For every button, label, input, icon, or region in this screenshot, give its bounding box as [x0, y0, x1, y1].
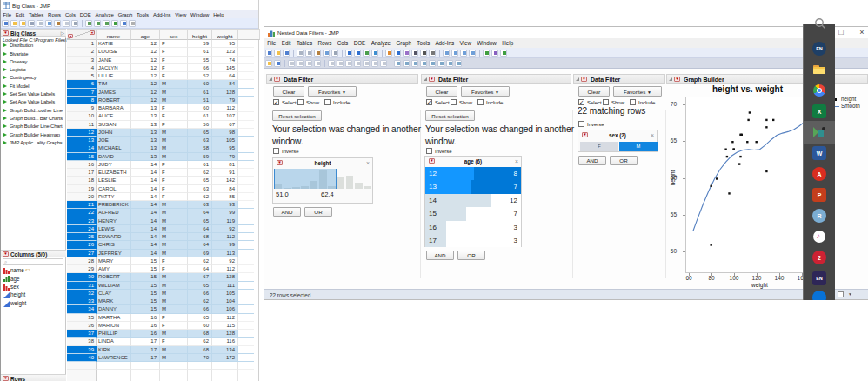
table-row[interactable]: 29AMY15F64112: [67, 265, 254, 273]
panel-chevron-icon[interactable]: ▷: [61, 30, 64, 36]
search-icon[interactable]: [813, 17, 829, 33]
journal-icon[interactable]: [314, 60, 321, 67]
script-item[interactable]: JMP Applic...ality Graphs: [1, 139, 66, 147]
export-icon[interactable]: [120, 20, 127, 27]
collapse-icon[interactable]: [669, 77, 672, 81]
right-menu-tools[interactable]: Tools: [414, 40, 432, 46]
cursor-icon[interactable]: [345, 50, 352, 57]
age-filter-row-14[interactable]: 1412: [425, 194, 521, 207]
collapse-icon[interactable]: [269, 77, 272, 81]
age-filter-row-16[interactable]: 163: [425, 221, 521, 234]
table-row[interactable]: 16JUDY14F6181: [67, 161, 254, 169]
table-row[interactable]: 25EDWARD14M68112: [67, 233, 254, 241]
partial-app-icon[interactable]: [812, 291, 826, 300]
pencil-icon[interactable]: [129, 20, 136, 27]
table7-icon[interactable]: [446, 60, 453, 67]
histogram-selection[interactable]: [274, 169, 337, 189]
df3-clear-button[interactable]: Clear: [578, 86, 610, 97]
table-row[interactable]: 23HENRY14M65119: [67, 217, 254, 225]
df2-and-button[interactable]: AND: [426, 251, 454, 260]
tool1-icon[interactable]: [328, 60, 335, 67]
tool3-icon[interactable]: [345, 60, 352, 67]
text-icon[interactable]: [451, 50, 458, 57]
table-row[interactable]: 18LESLIE14F65142: [67, 177, 254, 184]
df2-include-checkbox[interactable]: [477, 99, 484, 105]
status-dropdown-icon[interactable]: ▼: [848, 291, 852, 297]
open-file-icon[interactable]: [10, 20, 17, 27]
powerpoint-icon[interactable]: P: [812, 188, 826, 202]
undo-icon[interactable]: [63, 20, 70, 27]
table-row[interactable]: 10ALICE13F61107: [67, 112, 254, 120]
df2-age-close-icon[interactable]: ×: [515, 158, 518, 164]
open-recent-icon[interactable]: [19, 20, 26, 27]
table-row[interactable]: 5LILLIE12F5264: [67, 72, 254, 80]
left-menu-tables[interactable]: Tables: [27, 12, 46, 17]
tool4-icon[interactable]: [354, 60, 361, 67]
lock-icon[interactable]: [331, 50, 338, 57]
cut-icon[interactable]: [297, 50, 304, 57]
script-item[interactable]: Graph Build... Bar Charts: [1, 115, 66, 123]
table-panel-header[interactable]: ▼ Big Class ▷: [1, 29, 66, 37]
column-item-name[interactable]: name🏷: [1, 267, 66, 275]
copy-icon[interactable]: [305, 50, 312, 57]
left-menu-tools[interactable]: Tools: [135, 12, 151, 17]
save-icon[interactable]: [274, 60, 281, 67]
plus-icon[interactable]: [420, 50, 427, 57]
df3-sex-close-icon[interactable]: ×: [651, 132, 654, 138]
df3-or-button[interactable]: OR: [610, 156, 638, 165]
data-filter-3-header[interactable]: ▼ Data Filter: [573, 74, 665, 84]
r-icon[interactable]: R: [812, 209, 826, 223]
df1-show-checkbox[interactable]: [297, 99, 304, 105]
left-menu-edit[interactable]: Edit: [13, 12, 26, 17]
table-row[interactable]: 9BARBARA13F60112: [67, 104, 254, 112]
script-item[interactable]: Graph Build...oother Line: [1, 107, 66, 115]
oval-icon[interactable]: [469, 50, 476, 57]
table-corner[interactable]: ◁▼▼▷: [67, 29, 97, 40]
script-item[interactable]: Set Sex Value Labels: [1, 90, 66, 98]
table-row[interactable]: 30ROBERT15M67128: [67, 273, 254, 281]
table6-icon[interactable]: [437, 60, 444, 67]
paste-icon[interactable]: [314, 50, 321, 57]
globe-icon[interactable]: [371, 50, 378, 57]
df1-inverse-checkbox[interactable]: [273, 148, 279, 154]
right-menu-add-ins[interactable]: Add-Ins: [432, 40, 457, 46]
table3-icon[interactable]: [411, 60, 418, 67]
column-header-name[interactable]: name: [97, 29, 131, 40]
refresh-icon[interactable]: [385, 50, 392, 57]
table-row[interactable]: 20PATTY14F6285: [67, 193, 254, 201]
left-menu-view[interactable]: View: [173, 12, 189, 17]
zotero-icon[interactable]: 2: [812, 251, 826, 264]
table-row[interactable]: 7JAMES12M61128: [67, 89, 254, 97]
df2-favorites-button[interactable]: Favorites ▼: [461, 86, 510, 97]
brush-icon[interactable]: [394, 50, 401, 57]
collapse-icon[interactable]: [424, 77, 427, 81]
df1-height-close-icon[interactable]: ×: [366, 160, 370, 166]
journal-icon[interactable]: [323, 50, 330, 57]
print-icon[interactable]: [85, 20, 92, 27]
column-item-sex[interactable]: sex: [1, 283, 66, 291]
table-row[interactable]: 8ROBERT12M5179: [67, 97, 254, 104]
df3-favorites-button[interactable]: Favorites ▼: [613, 86, 662, 97]
data-filter-1-header[interactable]: ▼ Data Filter: [266, 74, 418, 84]
columns-search-box[interactable]: ⌕: [3, 258, 63, 265]
script-item[interactable]: Distribution: [1, 43, 66, 50]
tool2-icon[interactable]: [337, 60, 344, 67]
height-histogram[interactable]: [274, 169, 371, 189]
left-menu-cols[interactable]: Cols: [63, 12, 78, 17]
age-filter-row-15[interactable]: 157: [425, 207, 521, 220]
open-icon[interactable]: [265, 60, 272, 67]
df3-show-checkbox[interactable]: [603, 99, 609, 105]
df1-or-button[interactable]: OR: [304, 207, 332, 217]
polygon-icon[interactable]: [460, 50, 467, 57]
tool7-icon[interactable]: [380, 60, 387, 67]
table2-icon[interactable]: [403, 60, 410, 67]
df2-select-checkbox[interactable]: ✓: [426, 99, 432, 105]
right-menu-rows[interactable]: Rows: [315, 40, 334, 46]
word-icon[interactable]: W: [812, 146, 826, 160]
data-filter-3-menu-icon[interactable]: ▼: [581, 77, 587, 82]
right-menu-cols[interactable]: Cols: [334, 40, 351, 46]
right-menu-file[interactable]: File: [264, 40, 279, 46]
script-item[interactable]: Graph Builder Heatmap: [1, 131, 66, 139]
table-row[interactable]: 2LOUISE12F61123: [67, 48, 254, 56]
data-table-icon[interactable]: [483, 50, 490, 57]
